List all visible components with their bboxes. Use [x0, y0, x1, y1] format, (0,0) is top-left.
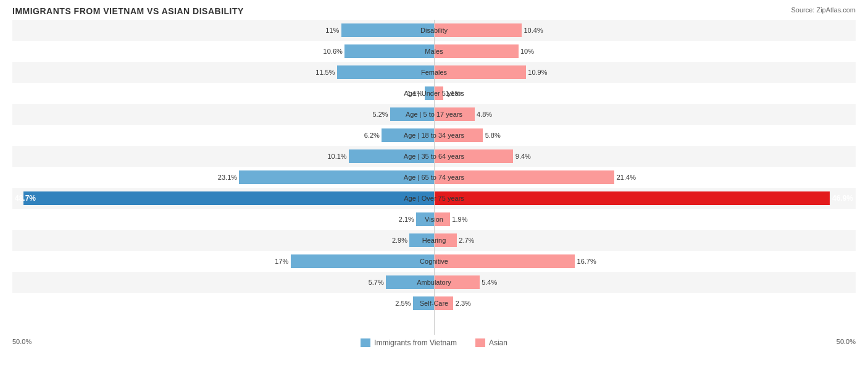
- bar-value-right: 10.9%: [528, 69, 547, 76]
- bar-value-left: 11%: [325, 27, 339, 34]
- bar-value-right: 1.1%: [445, 90, 461, 97]
- bar-value-right: 16.7%: [577, 258, 596, 265]
- bar-value-right: 9.4%: [515, 153, 531, 160]
- bars-area: 11%Disability10.4%10.6%Males10%11.5%Fema…: [12, 20, 856, 335]
- bar-value-right: 21.4%: [617, 174, 636, 181]
- footer-row: 50.0% Immigrants from Vietnam Asian 50.0…: [12, 336, 856, 347]
- bar-value-right: 46.9%: [832, 194, 853, 203]
- bar-value-right: 10.4%: [524, 27, 543, 34]
- footer-right: 50.0%: [837, 338, 856, 345]
- axis-line: [434, 20, 435, 335]
- bar-value-right: 4.8%: [477, 111, 492, 118]
- legend-box-right: [475, 338, 485, 347]
- footer-left: 50.0%: [12, 338, 31, 345]
- legend: Immigrants from Vietnam Asian: [361, 338, 507, 347]
- bar-value-left: 2.1%: [399, 216, 414, 223]
- bar-value-right: 2.7%: [459, 237, 474, 244]
- source-label: Source: ZipAtlas.com: [791, 6, 856, 14]
- bar-value-right: 5.8%: [485, 132, 501, 139]
- legend-item-right: Asian: [475, 338, 507, 347]
- legend-label-left: Immigrants from Vietnam: [374, 338, 457, 347]
- bar-value-right: 1.9%: [452, 216, 467, 223]
- chart-title: IMMIGRANTS FROM VIETNAM VS ASIAN DISABIL…: [12, 6, 856, 16]
- chart-container: IMMIGRANTS FROM VIETNAM VS ASIAN DISABIL…: [0, 0, 868, 378]
- bar-value-right: 5.4%: [482, 279, 497, 286]
- bar-value-left: 1.1%: [407, 90, 422, 97]
- bar-value-left: 5.2%: [372, 111, 388, 118]
- bar-value-right: 10%: [520, 48, 534, 55]
- bar-value-left: 11.5%: [315, 69, 335, 76]
- bar-value-left: 2.5%: [395, 300, 411, 307]
- bar-value-left: 10.6%: [323, 48, 343, 55]
- bar-value-left: 2.9%: [392, 237, 407, 244]
- bar-value-left: 6.2%: [364, 132, 380, 139]
- bar-value-right: 2.3%: [456, 300, 471, 307]
- bar-value-left: 48.7%: [15, 194, 36, 203]
- bar-value-left: 23.1%: [218, 174, 237, 181]
- bar-value-left: 17%: [275, 258, 288, 265]
- legend-box-left: [361, 338, 370, 347]
- bar-value-left: 5.7%: [369, 279, 384, 286]
- legend-label-right: Asian: [489, 338, 507, 347]
- legend-item-left: Immigrants from Vietnam: [361, 338, 457, 347]
- bar-value-left: 10.1%: [327, 153, 346, 160]
